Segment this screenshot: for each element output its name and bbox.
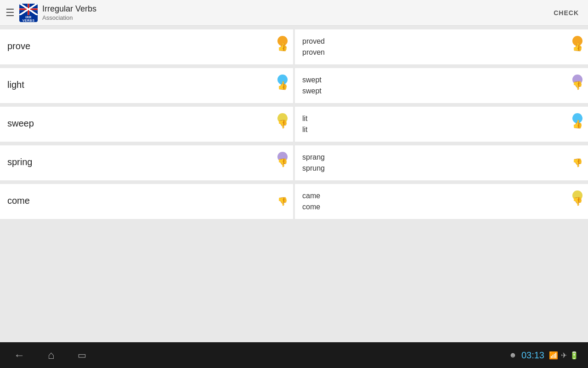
wifi-icon: 📶 xyxy=(549,351,558,360)
verb-base: spring xyxy=(7,157,286,167)
status-icons-group: 📶 ✈ 🔋 xyxy=(549,351,579,360)
check-button[interactable]: CHECK xyxy=(554,9,579,17)
left-verb-cell[interactable]: light 👍 xyxy=(0,68,293,103)
thumb-down-icon: 👎 xyxy=(572,81,582,90)
thumb-up-icon: 👍 xyxy=(277,43,288,51)
thumb-down-icon: 👎 xyxy=(277,197,288,206)
verb-row: prove 👍 proved proven 👍 xyxy=(0,29,588,64)
main-content: prove 👍 proved proven 👍 light 👍 swept sw… xyxy=(0,26,588,342)
app-subtitle: Association xyxy=(42,14,96,21)
verb-base: come xyxy=(7,196,286,206)
right-verb-cell[interactable]: sprang sprung 👎 xyxy=(295,145,588,180)
verb-base: sweep xyxy=(7,118,286,129)
thumb-down-icon: 👎 xyxy=(277,159,288,167)
thumb-down-icon: 👎 xyxy=(572,197,582,206)
home-button[interactable]: ⌂ xyxy=(48,349,55,362)
verb-form-1: lit xyxy=(302,113,581,124)
verb-forms: came come xyxy=(302,190,581,213)
left-verb-cell[interactable]: spring 👎 xyxy=(0,145,293,180)
verb-form-2: sprung xyxy=(302,163,581,174)
verb-row: light 👍 swept swept 👎 xyxy=(0,68,588,103)
thumb-up-icon: 👍 xyxy=(572,43,582,51)
back-button[interactable]: ← xyxy=(14,349,25,362)
verb-base: light xyxy=(7,80,286,90)
right-verb-cell[interactable]: proved proven 👍 xyxy=(295,29,588,64)
verb-form-2: come xyxy=(302,201,581,213)
verb-form-2: swept xyxy=(302,86,581,97)
android-icon: ☻ xyxy=(509,351,517,359)
verb-forms: swept swept xyxy=(302,75,581,97)
verb-forms: sprang sprung xyxy=(302,152,581,174)
left-verb-cell[interactable]: sweep 👎 xyxy=(0,107,293,142)
verb-rows: prove 👍 proved proven 👍 light 👍 swept sw… xyxy=(0,26,588,223)
status-bar: ☻ 03:13 📶 ✈ 🔋 xyxy=(509,350,579,361)
thumb-up-icon: 👍 xyxy=(572,120,582,128)
verb-form-1: came xyxy=(302,190,581,201)
verb-row: spring 👎 sprang sprung 👎 xyxy=(0,145,588,180)
thumb-down-icon: 👎 xyxy=(277,120,288,128)
verb-forms: proved proven xyxy=(302,36,581,58)
thumb-up-icon: 👍 xyxy=(277,81,288,90)
topbar: ☰ IRRVERBS Irregular Verbs Association C… xyxy=(0,0,588,26)
right-verb-cell[interactable]: came come 👎 xyxy=(295,184,588,219)
verb-forms: lit lit xyxy=(302,113,581,135)
verb-form-1: sprang xyxy=(302,152,581,163)
left-verb-cell[interactable]: come 👎 xyxy=(0,184,293,219)
app-logo: IRRVERBS xyxy=(19,4,38,22)
app-titles: Irregular Verbs Association xyxy=(42,4,96,21)
logo-text: IRRVERBS xyxy=(19,15,38,22)
verb-form-2: lit xyxy=(302,124,581,135)
verb-base: prove xyxy=(7,41,286,52)
verb-row: sweep 👎 lit lit 👍 xyxy=(0,107,588,142)
verb-form-1: proved xyxy=(302,36,581,47)
verb-row: come 👎 came come 👎 xyxy=(0,184,588,219)
menu-button[interactable]: ☰ xyxy=(6,7,15,19)
app-title: Irregular Verbs xyxy=(42,4,96,14)
time-display: 03:13 xyxy=(521,350,544,361)
battery-icon: 🔋 xyxy=(570,351,579,360)
verb-form-2: proven xyxy=(302,47,581,58)
recents-button[interactable]: ▭ xyxy=(78,350,86,361)
thumb-down-icon: 👎 xyxy=(572,159,582,167)
left-verb-cell[interactable]: prove 👍 xyxy=(0,29,293,64)
airplane-icon: ✈ xyxy=(561,351,567,360)
bottom-nav: ← ⌂ ▭ ☻ 03:13 📶 ✈ 🔋 xyxy=(0,342,588,368)
right-verb-cell[interactable]: lit lit 👍 xyxy=(295,107,588,142)
right-verb-cell[interactable]: swept swept 👎 xyxy=(295,68,588,103)
nav-icons-group: ← ⌂ ▭ xyxy=(14,349,86,362)
verb-form-1: swept xyxy=(302,75,581,86)
